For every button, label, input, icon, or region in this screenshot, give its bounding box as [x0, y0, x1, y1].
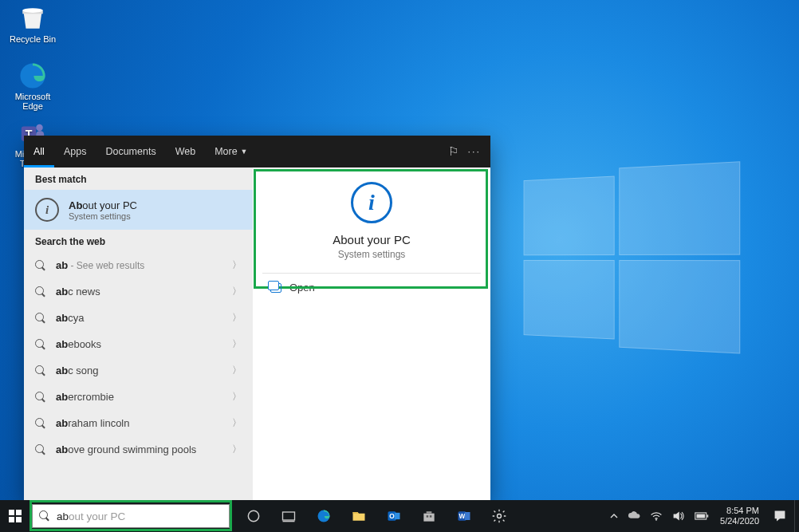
svg-rect-25 — [697, 514, 706, 518]
more-options-icon[interactable]: ··· — [468, 146, 481, 157]
taskbar-search-box[interactable]: about your PC — [32, 504, 230, 528]
svg-text:W: W — [459, 512, 466, 520]
clock-time: 8:54 PM — [720, 506, 759, 516]
tab-all[interactable]: All — [24, 136, 54, 167]
web-search-suggestion[interactable]: ab - See web results〉 — [24, 252, 253, 278]
svg-point-23 — [655, 519, 657, 521]
search-icon — [35, 365, 46, 376]
system-tray: 8:54 PM 5/24/2020 — [605, 500, 799, 532]
svg-rect-7 — [16, 510, 22, 515]
suggestion-text: abercrombie — [56, 391, 222, 403]
taskbar-app-word[interactable]: W — [447, 500, 482, 532]
search-icon — [35, 313, 46, 324]
annotation-highlight — [254, 169, 488, 289]
best-match-result[interactable]: i About your PC System settings — [24, 190, 253, 230]
web-search-suggestion[interactable]: abercrombie〉 — [24, 384, 253, 410]
start-search-panel: All Apps Documents Web More▼ ⚐ ··· Best … — [24, 136, 490, 501]
action-center-button[interactable] — [766, 500, 794, 532]
start-button[interactable] — [0, 500, 30, 532]
taskbar-app-edge[interactable] — [306, 500, 341, 532]
web-search-suggestion[interactable]: abc news〉 — [24, 278, 253, 305]
svg-rect-16 — [395, 513, 400, 519]
chevron-right-icon: 〉 — [232, 337, 242, 351]
taskbar: about your PC O W 8:54 PM 5/24/2020 — [0, 500, 799, 532]
taskbar-app-file-explorer[interactable] — [341, 500, 376, 532]
clock-date: 5/24/2020 — [720, 516, 759, 526]
search-icon — [35, 418, 46, 429]
tray-power-icon[interactable] — [690, 500, 714, 532]
best-match-title: About your PC — [69, 199, 137, 211]
chevron-right-icon: 〉 — [232, 285, 242, 298]
info-icon: i — [35, 198, 59, 222]
search-icon — [35, 260, 46, 271]
taskbar-app-settings[interactable] — [482, 500, 517, 532]
web-search-suggestion[interactable]: above ground swimming pools〉 — [24, 436, 253, 463]
tab-web[interactable]: Web — [166, 136, 205, 167]
taskbar-app-store[interactable] — [411, 500, 447, 532]
search-detail-pane: i About your PC System settings Open — [253, 167, 490, 501]
svg-text:O: O — [389, 512, 395, 520]
web-search-suggestion[interactable]: abcya〉 — [24, 305, 253, 331]
best-match-subtitle: System settings — [69, 211, 137, 221]
chevron-right-icon: 〉 — [232, 390, 242, 404]
search-icon — [35, 286, 46, 298]
svg-point-10 — [248, 510, 258, 521]
tray-overflow-icon[interactable] — [605, 500, 623, 532]
open-icon — [270, 283, 281, 293]
taskbar-clock[interactable]: 8:54 PM 5/24/2020 — [714, 506, 766, 526]
cortana-button[interactable] — [236, 500, 271, 532]
search-icon — [35, 392, 46, 403]
svg-point-22 — [498, 514, 502, 518]
suggestion-text: ab - See web results — [56, 259, 222, 271]
suggestion-text: abc news — [56, 286, 222, 298]
tab-apps[interactable]: Apps — [54, 136, 96, 167]
edge-icon — [19, 62, 46, 89]
recycle-bin-icon — [19, 5, 46, 32]
desktop-icon-label: Microsoft Edge — [15, 92, 51, 111]
tray-onedrive-icon[interactable] — [623, 500, 645, 532]
svg-rect-9 — [16, 517, 22, 522]
svg-rect-11 — [283, 512, 295, 520]
feedback-icon[interactable]: ⚐ — [448, 144, 459, 159]
task-view-button[interactable] — [271, 500, 306, 532]
tray-volume-icon[interactable] — [667, 500, 690, 532]
chevron-right-icon: 〉 — [232, 364, 242, 377]
web-search-suggestion[interactable]: abc song〉 — [24, 357, 253, 384]
tab-label: More — [215, 146, 237, 157]
web-search-suggestion[interactable]: abraham lincoln〉 — [24, 410, 253, 436]
svg-point-4 — [36, 124, 43, 132]
search-icon — [39, 510, 50, 522]
svg-rect-18 — [430, 515, 432, 518]
tab-label: Web — [175, 146, 195, 157]
suggestion-text: above ground swimming pools — [56, 443, 222, 455]
svg-rect-26 — [707, 514, 709, 517]
chevron-right-icon: 〉 — [232, 416, 242, 430]
section-best-match: Best match — [24, 167, 253, 190]
search-results-list: Best match i About your PC System settin… — [24, 167, 253, 501]
desktop: Recycle Bin Microsoft Edge T Microsoft T… — [0, 0, 799, 532]
suggestion-text: abc song — [56, 365, 222, 376]
tab-more[interactable]: More▼ — [205, 136, 257, 167]
search-autocomplete-text: out your PC — [69, 510, 125, 522]
tab-label: Apps — [64, 146, 87, 157]
tab-documents[interactable]: Documents — [96, 136, 165, 167]
show-desktop-button[interactable] — [794, 500, 799, 532]
section-search-web: Search the web — [24, 230, 253, 252]
web-search-suggestion[interactable]: abebooks〉 — [24, 331, 253, 357]
chevron-down-icon: ▼ — [241, 148, 248, 156]
desktop-icon-edge[interactable]: Microsoft Edge — [5, 62, 61, 111]
suggestion-text: abraham lincoln — [56, 417, 222, 429]
search-icon — [35, 444, 46, 455]
chevron-right-icon: 〉 — [232, 311, 242, 325]
tray-network-icon[interactable] — [645, 500, 667, 532]
desktop-icon-recycle-bin[interactable]: Recycle Bin — [5, 5, 61, 44]
tab-label: All — [33, 146, 45, 157]
svg-point-0 — [22, 8, 43, 13]
search-typed-text: ab — [57, 510, 69, 522]
windows-icon — [9, 510, 22, 522]
svg-rect-17 — [427, 515, 429, 518]
taskbar-app-outlook[interactable]: O — [376, 500, 411, 532]
desktop-icon-label: Recycle Bin — [10, 34, 56, 44]
search-filter-tabs: All Apps Documents Web More▼ ⚐ ··· — [24, 136, 490, 167]
chevron-right-icon: 〉 — [232, 258, 242, 272]
